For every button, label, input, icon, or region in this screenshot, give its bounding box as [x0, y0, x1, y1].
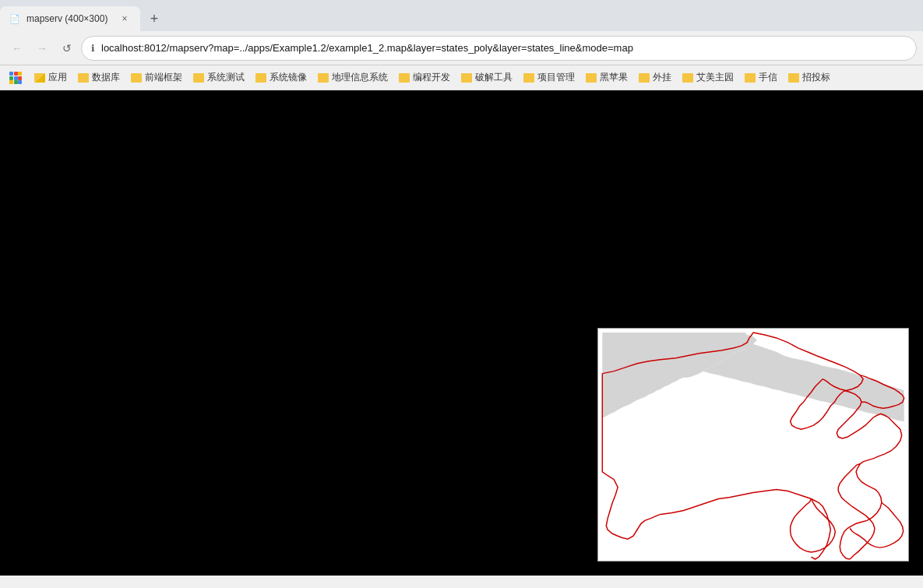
reload-button[interactable]: ↺ — [56, 37, 78, 59]
bookmark-label: 外挂 — [653, 71, 671, 84]
bookmark-label: 艾美主园 — [696, 71, 734, 84]
bookmark-item-sysimg[interactable]: 系统镜像 — [251, 69, 312, 86]
bookmark-label: 项目管理 — [537, 71, 575, 84]
tab-bar: 📄 mapserv (400×300) × + — [0, 0, 923, 31]
svg-rect-7 — [14, 80, 18, 84]
svg-rect-2 — [18, 72, 22, 76]
svg-rect-8 — [18, 80, 22, 84]
svg-rect-1 — [14, 72, 18, 76]
bookmark-icon — [131, 73, 142, 83]
tab-close-button[interactable]: × — [118, 12, 131, 25]
bookmark-label: 系统镜像 — [270, 71, 307, 84]
browser-chrome: 📄 mapserv (400×300) × + ← → ↺ ℹ localhos… — [0, 0, 923, 90]
back-button[interactable]: ← — [6, 37, 28, 59]
bookmark-icon — [682, 73, 693, 83]
bookmark-icon — [523, 73, 534, 83]
svg-rect-3 — [9, 76, 13, 80]
svg-rect-4 — [14, 76, 18, 80]
bookmark-item-apps[interactable]: 应用 — [30, 69, 72, 86]
bookmark-label: 招投标 — [802, 71, 830, 84]
map-svg — [598, 329, 908, 561]
bookmark-item-gis[interactable]: 地理信息系统 — [313, 69, 393, 86]
url-text: localhost:8012/mapserv?map=../apps/Examp… — [101, 42, 907, 54]
bookmark-item-systest[interactable]: 系统测试 — [188, 69, 249, 86]
bookmark-item-wg[interactable]: 外挂 — [634, 69, 676, 86]
bookmark-item-hackintosh[interactable]: 黑苹果 — [581, 69, 632, 86]
address-bar[interactable]: ℹ localhost:8012/mapserv?map=../apps/Exa… — [81, 36, 917, 61]
bookmark-item-crack[interactable]: 破解工具 — [456, 69, 517, 86]
bookmark-icon — [255, 73, 266, 83]
bookmark-icon — [586, 73, 597, 83]
lock-icon: ℹ — [91, 43, 95, 54]
bookmark-label: 黑苹果 — [600, 71, 628, 84]
bookmark-label: 编程开发 — [413, 71, 450, 84]
bookmarks-bar: 应用 数据库 前端框架 系统测试 系统镜像 地理信息系统 编程开发 破解工具 — [0, 65, 923, 90]
bookmark-label: 手信 — [759, 71, 777, 84]
bookmark-item-db[interactable]: 数据库 — [73, 69, 125, 86]
svg-rect-5 — [18, 76, 22, 80]
bookmark-item-aimy[interactable]: 艾美主园 — [678, 69, 738, 86]
bookmark-icon — [788, 73, 799, 83]
bookmark-label: 应用 — [48, 71, 67, 84]
bookmark-icon — [461, 73, 472, 83]
bookmark-icon — [193, 73, 204, 83]
bookmark-icon — [745, 73, 756, 83]
forward-button[interactable]: → — [31, 37, 53, 59]
map-container — [597, 328, 909, 562]
apps-icon[interactable] — [6, 69, 25, 87]
main-content — [0, 90, 923, 576]
active-tab[interactable]: 📄 mapserv (400×300) × — [0, 6, 140, 31]
bookmark-label: 地理信息系统 — [332, 71, 388, 84]
bookmark-icon — [78, 73, 89, 83]
bookmark-label: 数据库 — [92, 71, 120, 84]
bookmark-icon — [318, 73, 329, 83]
bookmark-item-frontend[interactable]: 前端框架 — [126, 69, 187, 86]
bookmark-icon — [399, 73, 410, 83]
bookmark-label: 前端框架 — [145, 71, 182, 84]
svg-rect-6 — [9, 80, 13, 84]
bookmark-item-bid[interactable]: 招投标 — [784, 69, 835, 86]
bookmark-label: 破解工具 — [475, 71, 513, 84]
tab-title: mapserv (400×300) — [26, 13, 112, 24]
bookmark-item-pm[interactable]: 项目管理 — [519, 69, 580, 86]
new-tab-button[interactable]: + — [143, 8, 165, 30]
bookmark-item-coding[interactable]: 编程开发 — [394, 69, 455, 86]
bookmark-icon — [34, 73, 45, 83]
nav-bar: ← → ↺ ℹ localhost:8012/mapserv?map=../ap… — [0, 31, 923, 65]
tab-page-icon: 📄 — [9, 14, 20, 24]
bookmark-icon — [639, 73, 650, 83]
bookmark-label: 系统测试 — [207, 71, 245, 84]
svg-rect-0 — [9, 72, 13, 76]
bookmark-item-letter[interactable]: 手信 — [740, 69, 782, 86]
